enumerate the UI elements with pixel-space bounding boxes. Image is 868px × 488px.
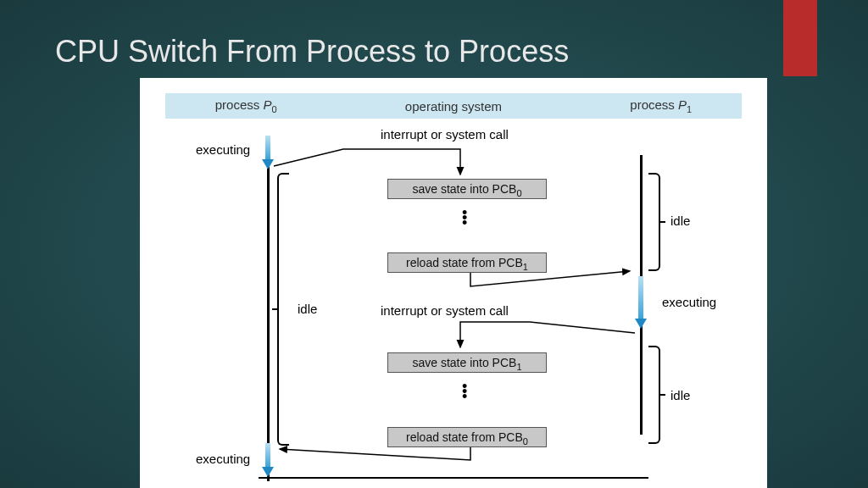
hdr-p0-word: process (215, 97, 264, 112)
box-save-pcb1-text: save state into PCB (412, 356, 516, 369)
header-col-p1: process P1 (581, 97, 742, 114)
label-idle-p1-top: idle (670, 214, 690, 228)
box-reload-pcb1-sub: 1 (523, 262, 528, 272)
box-save-pcb0-text: save state into PCB (412, 182, 516, 196)
hdr-p1-sub: 1 (687, 104, 692, 114)
slide-title: CPU Switch From Process to Process (55, 34, 569, 69)
diagram-panel: process P0 operating system process P1 i… (140, 78, 767, 488)
label-idle-p0: idle (298, 302, 317, 316)
label-executing-p0-top: executing (196, 142, 250, 157)
brace-idle-p1-bottom (648, 346, 660, 444)
accent-bar (783, 0, 817, 76)
box-reload-pcb1: reload state from PCB1 (387, 252, 547, 273)
header-col-os: operating system (326, 99, 580, 114)
exec-arrow-p1 (635, 276, 647, 329)
dots-2: ••• (462, 384, 467, 399)
box-reload-pcb0: reload state from PCB0 (387, 427, 547, 447)
hdr-p1-sym: P (678, 97, 687, 112)
hdr-p1-word: process (630, 97, 678, 112)
header-col-p0: process P0 (165, 97, 326, 114)
label-idle-p1-bottom: idle (670, 388, 690, 402)
box-reload-pcb0-sub: 0 (523, 436, 528, 446)
timeline-p0 (267, 155, 270, 481)
diagram-header: process P0 operating system process P1 (165, 93, 742, 119)
box-save-pcb0: save state into PCB0 (387, 179, 547, 199)
hdr-p0-sym: P (263, 97, 271, 112)
baseline (259, 477, 648, 479)
label-interrupt-2: interrupt or system call (381, 303, 509, 318)
label-executing-p1: executing (662, 295, 716, 309)
hdr-p0-sub: 0 (271, 104, 276, 114)
box-save-pcb0-sub: 0 (516, 188, 521, 198)
box-save-pcb1-sub: 1 (516, 362, 521, 372)
box-save-pcb1: save state into PCB1 (387, 352, 547, 373)
dots-1: ••• (462, 210, 467, 225)
box-reload-pcb1-text: reload state from PCB (406, 256, 523, 269)
exec-arrow-p0-top (262, 136, 274, 169)
brace-idle-p0 (277, 173, 289, 446)
diagram-area: interrupt or system call interrupt or sy… (165, 125, 742, 481)
box-reload-pcb0-text: reload state from PCB (406, 430, 523, 444)
label-executing-p0-bottom: executing (196, 452, 250, 466)
brace-idle-p1-top (648, 173, 660, 271)
label-interrupt-1: interrupt or system call (381, 127, 509, 141)
exec-arrow-p0-bottom (262, 443, 274, 477)
